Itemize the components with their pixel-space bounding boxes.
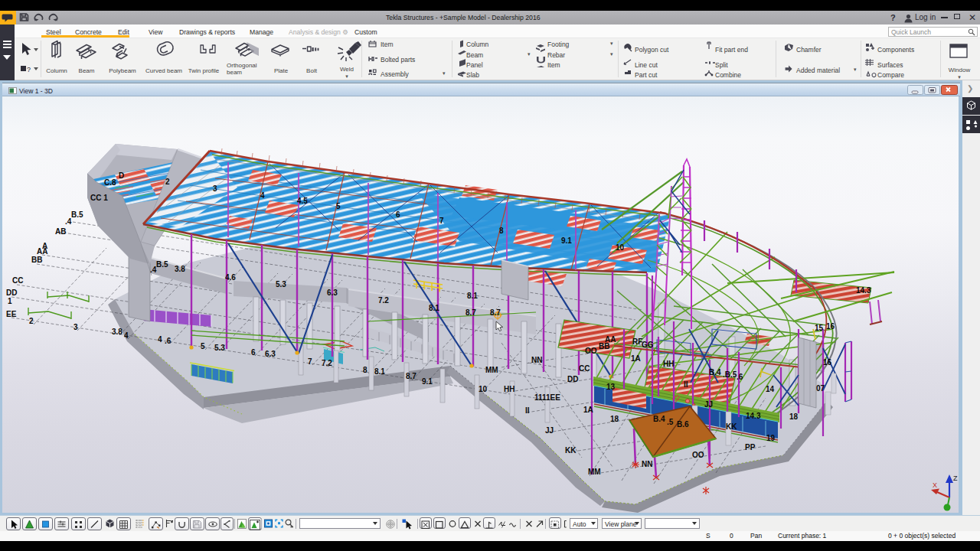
svg-text:DD: DD xyxy=(6,289,17,297)
svg-text:GG: GG xyxy=(642,341,654,349)
svg-text:5.3: 5.3 xyxy=(276,280,286,289)
svg-text:4.5: 4.5 xyxy=(297,197,308,205)
svg-text:1: 1 xyxy=(8,297,12,305)
svg-text:5: 5 xyxy=(336,202,341,210)
svg-text:9.1: 9.1 xyxy=(422,377,433,386)
svg-text:1A: 1A xyxy=(583,406,593,414)
svg-text:B.5: B.5 xyxy=(156,260,168,269)
svg-text:3.8: 3.8 xyxy=(112,328,122,336)
svg-text:MM: MM xyxy=(485,366,498,374)
svg-text:18: 18 xyxy=(610,415,619,423)
svg-text:CC 1: CC 1 xyxy=(90,194,108,202)
svg-text:16: 16 xyxy=(826,322,835,331)
svg-text:4.6: 4.6 xyxy=(225,273,236,282)
svg-text:EE: EE xyxy=(6,310,17,318)
svg-text:5: 5 xyxy=(201,342,205,350)
svg-text:18: 18 xyxy=(789,412,799,421)
svg-text:JJ: JJ xyxy=(704,400,713,409)
svg-text:8.1: 8.1 xyxy=(429,304,439,312)
svg-text:OO: OO xyxy=(692,451,704,459)
svg-text:AB: AB xyxy=(55,227,66,236)
svg-text:CC: CC xyxy=(12,276,23,285)
svg-text:10: 10 xyxy=(616,243,625,252)
svg-text:7.2: 7.2 xyxy=(322,359,332,367)
svg-text:II: II xyxy=(684,380,688,389)
svg-text:.5: .5 xyxy=(667,418,674,426)
svg-text:B.6: B.6 xyxy=(677,420,689,429)
svg-text:NN: NN xyxy=(642,460,652,468)
svg-text:07: 07 xyxy=(816,384,825,393)
svg-text:HH: HH xyxy=(504,385,514,393)
svg-text:RF: RF xyxy=(632,337,642,346)
svg-text:HH: HH xyxy=(663,360,674,368)
svg-text:10: 10 xyxy=(479,385,488,393)
svg-text:DD: DD xyxy=(567,375,578,383)
svg-text:4: 4 xyxy=(158,335,162,344)
svg-text:D: D xyxy=(119,171,124,180)
svg-text:4: 4 xyxy=(260,191,265,200)
svg-text:II: II xyxy=(525,406,530,415)
svg-text:7: 7 xyxy=(308,357,312,366)
svg-text:2: 2 xyxy=(165,178,170,186)
svg-text:7: 7 xyxy=(439,217,444,225)
svg-text:14: 14 xyxy=(766,385,775,393)
svg-text:14.3: 14.3 xyxy=(856,286,871,295)
svg-text:3.8: 3.8 xyxy=(175,265,185,273)
svg-text:3: 3 xyxy=(74,323,78,331)
svg-text:8.1: 8.1 xyxy=(467,292,478,300)
svg-text:KK: KK xyxy=(565,446,577,455)
svg-text:BB: BB xyxy=(599,342,609,350)
svg-text:7.2: 7.2 xyxy=(378,296,389,305)
svg-text:B.5: B.5 xyxy=(71,210,83,219)
svg-text:B.4: B.4 xyxy=(653,415,665,423)
svg-text:6.3: 6.3 xyxy=(265,350,276,358)
svg-text:AA: AA xyxy=(37,247,47,256)
svg-text:19: 19 xyxy=(766,434,776,442)
svg-text:8.1: 8.1 xyxy=(374,367,385,376)
svg-text:.6: .6 xyxy=(737,373,743,381)
svg-text:6: 6 xyxy=(396,210,400,219)
svg-text:14.3: 14.3 xyxy=(746,412,761,420)
svg-text:6.3: 6.3 xyxy=(327,289,338,297)
svg-text:X: X xyxy=(933,481,937,489)
svg-text:15: 15 xyxy=(815,324,824,332)
svg-text:8.7: 8.7 xyxy=(466,308,476,317)
svg-text:B.4: B.4 xyxy=(709,368,721,377)
svg-text:.6: .6 xyxy=(165,337,172,345)
svg-text:5.3: 5.3 xyxy=(214,344,225,352)
svg-text:JJ: JJ xyxy=(545,426,554,435)
svg-text:.B.5: .B.5 xyxy=(723,370,737,379)
svg-text:CC: CC xyxy=(579,364,590,373)
svg-text:MM: MM xyxy=(588,468,601,476)
svg-text:4: 4 xyxy=(124,331,129,340)
svg-text:KK: KK xyxy=(726,422,737,431)
svg-text:.4: .4 xyxy=(150,266,157,274)
svg-text:2: 2 xyxy=(29,317,34,325)
svg-text:16: 16 xyxy=(823,358,832,367)
svg-text:?: ? xyxy=(27,66,31,73)
svg-text:BB: BB xyxy=(31,256,42,264)
svg-text:8.7: 8.7 xyxy=(490,308,501,317)
svg-text:C.8: C.8 xyxy=(104,178,116,187)
svg-text:13: 13 xyxy=(606,383,616,391)
svg-text:NN: NN xyxy=(531,356,542,364)
svg-text:.4: .4 xyxy=(65,217,72,226)
svg-text:8: 8 xyxy=(363,366,368,374)
svg-text:1A: 1A xyxy=(631,354,641,363)
svg-text:6: 6 xyxy=(251,348,256,357)
svg-text:PP: PP xyxy=(745,443,756,452)
svg-text:Z: Z xyxy=(953,474,958,482)
svg-text:8.7: 8.7 xyxy=(406,372,416,380)
svg-text:OO: OO xyxy=(585,347,597,355)
svg-text:8: 8 xyxy=(499,227,504,235)
svg-text:3: 3 xyxy=(213,184,217,193)
svg-text:9.1: 9.1 xyxy=(561,236,572,245)
svg-text:1111EE: 1111EE xyxy=(534,393,560,402)
